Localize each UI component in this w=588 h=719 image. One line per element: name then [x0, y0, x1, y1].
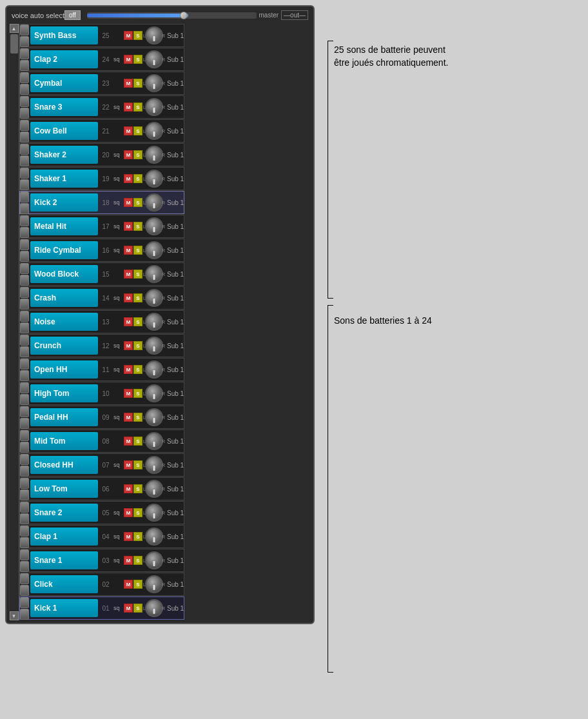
knob-low-tom[interactable] — [145, 480, 163, 498]
drum-row-snare-1[interactable]: Snare 103sq M S L R Sub 1 — [19, 549, 184, 572]
knob-container-cymbal[interactable]: L R — [142, 73, 166, 94]
s-btn-kick-1[interactable]: S — [133, 604, 142, 613]
s-btn-ride-cymbal[interactable]: S — [133, 246, 142, 255]
side-btn-bot-snare-3[interactable] — [20, 108, 29, 119]
side-btn-top-open-hh[interactable] — [20, 359, 29, 369]
s-btn-closed-hh[interactable]: S — [133, 460, 142, 469]
side-btn-top-shaker-1[interactable] — [20, 168, 29, 179]
knob-high-tom[interactable] — [145, 384, 163, 402]
side-btn-bot-pedal-hh[interactable] — [20, 418, 29, 429]
m-btn-snare-1[interactable]: M — [124, 556, 133, 565]
channel-name-noise[interactable]: Noise — [30, 313, 98, 331]
drum-row-metal-hit[interactable]: Metal Hit17sq M S L R Sub 1 — [19, 215, 184, 238]
knob-container-high-tom[interactable]: L R — [142, 383, 166, 404]
drum-row-high-tom[interactable]: High Tom10 M S L R Sub 1 — [19, 382, 184, 405]
side-btn-top-cymbal[interactable] — [20, 72, 29, 83]
drum-row-snare-2[interactable]: Snare 205sq M S L R Sub 1 — [19, 501, 184, 524]
channel-name-low-tom[interactable]: Low Tom — [30, 480, 98, 498]
knob-wood-block[interactable] — [145, 265, 163, 283]
knob-container-closed-hh[interactable]: L R — [142, 455, 166, 475]
side-btn-bot-snare-2[interactable] — [20, 513, 29, 524]
channel-name-shaker-1[interactable]: Shaker 1 — [30, 170, 98, 188]
knob-container-snare-3[interactable]: L R — [142, 97, 166, 117]
s-btn-high-tom[interactable]: S — [133, 389, 142, 398]
s-btn-crunch[interactable]: S — [133, 341, 142, 350]
channel-name-click[interactable]: Click — [30, 575, 98, 593]
channel-name-closed-hh[interactable]: Closed HH — [30, 456, 98, 474]
drum-row-shaker-1[interactable]: Shaker 119sq M S L R Sub 1 — [19, 167, 184, 190]
m-btn-clap-2[interactable]: M — [124, 55, 133, 64]
knob-container-shaker-1[interactable]: L R — [142, 168, 166, 189]
channel-name-snare-2[interactable]: Snare 2 — [30, 504, 98, 522]
side-btn-top-clap-2[interactable] — [20, 48, 29, 59]
s-btn-shaker-1[interactable]: S — [133, 174, 142, 183]
s-btn-wood-block[interactable]: S — [133, 270, 142, 279]
side-btn-bot-ride-cymbal[interactable] — [20, 251, 29, 262]
m-btn-closed-hh[interactable]: M — [124, 460, 133, 469]
knob-open-hh[interactable] — [145, 360, 163, 379]
side-btn-bot-closed-hh[interactable] — [20, 466, 29, 477]
knob-container-kick-1[interactable]: L R — [142, 598, 166, 618]
channel-name-mid-tom[interactable]: Mid Tom — [30, 432, 98, 450]
m-btn-ride-cymbal[interactable]: M — [124, 246, 133, 255]
side-btn-top-metal-hit[interactable] — [20, 215, 29, 226]
drum-row-kick-2[interactable]: Kick 218sq M S L R Sub 1 — [19, 191, 184, 214]
channel-name-wood-block[interactable]: Wood Block — [30, 265, 98, 283]
s-btn-crash[interactable]: S — [133, 293, 142, 302]
side-btn-bot-mid-tom[interactable] — [20, 442, 29, 453]
drum-row-closed-hh[interactable]: Closed HH07sq M S L R Sub 1 — [19, 453, 184, 477]
s-btn-snare-2[interactable]: S — [133, 508, 142, 517]
m-btn-kick-2[interactable]: M — [124, 198, 133, 207]
s-btn-snare-1[interactable]: S — [133, 556, 142, 565]
side-btn-bot-crunch[interactable] — [20, 346, 29, 357]
knob-mid-tom[interactable] — [145, 432, 163, 450]
side-btn-top-ride-cymbal[interactable] — [20, 239, 29, 250]
channel-name-crunch[interactable]: Crunch — [30, 337, 98, 355]
channel-name-kick-1[interactable]: Kick 1 — [30, 599, 98, 617]
drum-row-ride-cymbal[interactable]: Ride Cymbal16sq M S L R Sub 1 — [19, 239, 184, 262]
drum-row-wood-block[interactable]: Wood Block15 M S L R Sub 1 — [19, 262, 184, 286]
knob-container-open-hh[interactable]: L R — [142, 359, 166, 380]
knob-container-metal-hit[interactable]: L R — [142, 216, 166, 237]
m-btn-snare-2[interactable]: M — [124, 508, 133, 517]
knob-container-shaker-2[interactable]: L R — [142, 144, 166, 165]
m-btn-synth-bass[interactable]: M — [124, 31, 133, 40]
side-btn-bot-click[interactable] — [20, 585, 29, 596]
knob-clap-1[interactable] — [145, 527, 163, 546]
drum-row-noise[interactable]: Noise13 M S L R Sub 1 — [19, 310, 184, 333]
m-btn-crunch[interactable]: M — [124, 341, 133, 350]
knob-noise[interactable] — [145, 313, 163, 331]
side-btn-top-mid-tom[interactable] — [20, 430, 29, 441]
channel-name-snare-3[interactable]: Snare 3 — [30, 98, 98, 116]
drum-row-cow-bell[interactable]: Cow Bell21 M S L R Sub 1 — [19, 119, 184, 143]
knob-kick-2[interactable] — [145, 193, 163, 212]
side-btn-top-noise[interactable] — [20, 311, 29, 322]
side-btn-bot-metal-hit[interactable] — [20, 227, 29, 238]
side-btn-top-synth-bass[interactable] — [20, 25, 29, 35]
off-button[interactable]: off — [64, 10, 81, 20]
side-btn-top-low-tom[interactable] — [20, 478, 29, 489]
knob-container-pedal-hh[interactable]: L R — [142, 407, 166, 428]
channel-name-pedal-hh[interactable]: Pedal HH — [30, 408, 98, 426]
channel-name-high-tom[interactable]: High Tom — [30, 384, 98, 402]
side-btn-top-click[interactable] — [20, 573, 29, 584]
side-btn-bot-shaker-2[interactable] — [20, 155, 29, 166]
side-btn-bot-noise[interactable] — [20, 322, 29, 333]
knob-container-noise[interactable]: L R — [142, 311, 166, 332]
knob-metal-hit[interactable] — [145, 217, 163, 235]
s-btn-kick-2[interactable]: S — [133, 198, 142, 207]
side-btn-top-kick-2[interactable] — [20, 192, 29, 202]
knob-container-synth-bass[interactable]: L R — [142, 25, 166, 46]
drum-row-click[interactable]: Click02 M S L R Sub 1 — [19, 573, 184, 596]
s-btn-cow-bell[interactable]: S — [133, 126, 142, 135]
drum-row-low-tom[interactable]: Low Tom06 M S L R Sub 1 — [19, 477, 184, 500]
knob-container-crunch[interactable]: L R — [142, 335, 166, 356]
side-btn-bot-snare-1[interactable] — [20, 561, 29, 572]
knob-shaker-1[interactable] — [145, 170, 163, 188]
m-btn-open-hh[interactable]: M — [124, 365, 133, 374]
m-btn-crash[interactable]: M — [124, 293, 133, 302]
m-btn-kick-1[interactable]: M — [124, 604, 133, 613]
channel-name-kick-2[interactable]: Kick 2 — [30, 193, 98, 212]
s-btn-open-hh[interactable]: S — [133, 365, 142, 374]
knob-container-mid-tom[interactable]: L R — [142, 431, 166, 451]
